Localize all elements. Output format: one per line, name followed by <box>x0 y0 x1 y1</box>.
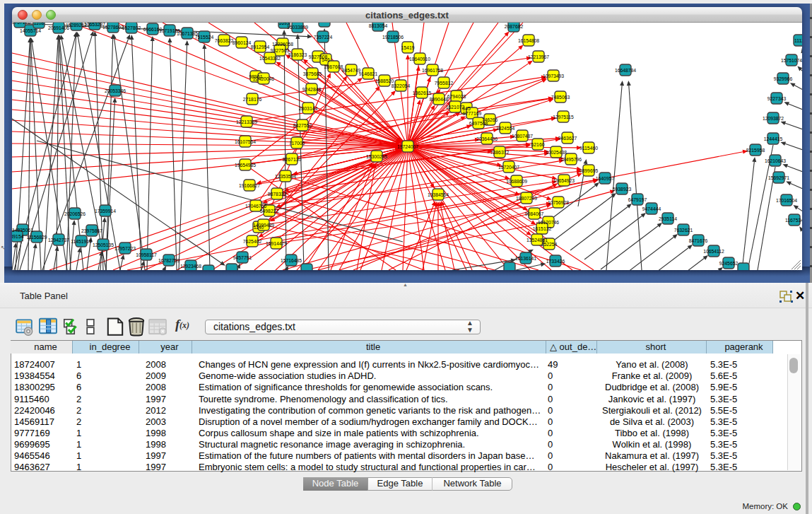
svg-text:16120746: 16120746 <box>538 220 559 225</box>
svg-text:8267130: 8267130 <box>283 157 302 162</box>
svg-text:9115460: 9115460 <box>579 146 598 151</box>
svg-text:717006: 717006 <box>289 141 305 146</box>
svg-text:5498222: 5498222 <box>260 209 279 214</box>
svg-text:10958117: 10958117 <box>136 252 157 257</box>
svg-text:7663822: 7663822 <box>215 38 234 43</box>
svg-text:1640957: 1640957 <box>596 176 615 181</box>
svg-text:8215958: 8215958 <box>746 148 765 153</box>
svg-text:1588520: 1588520 <box>375 78 394 83</box>
svg-text:9327503: 9327503 <box>271 48 290 53</box>
svg-text:8186323: 8186323 <box>288 52 307 57</box>
svg-text:23975867: 23975867 <box>81 228 102 233</box>
svg-text:18724007: 18724007 <box>397 144 418 149</box>
svg-text:3824554: 3824554 <box>496 126 515 131</box>
svg-text:7485063: 7485063 <box>551 95 570 100</box>
svg-text:12093872: 12093872 <box>763 116 784 121</box>
svg-text:9457791: 9457791 <box>233 255 252 260</box>
svg-text:11156829: 11156829 <box>26 235 47 240</box>
svg-text:18640910: 18640910 <box>409 57 430 62</box>
svg-text:18300295: 18300295 <box>366 154 387 159</box>
svg-text:8322054: 8322054 <box>392 83 411 88</box>
svg-text:22420046: 22420046 <box>253 76 274 81</box>
svg-text:18807249: 18807249 <box>516 196 537 201</box>
svg-text:9245652: 9245652 <box>719 261 739 266</box>
svg-text:9146821: 9146821 <box>359 71 378 76</box>
svg-text:7625402: 7625402 <box>243 239 262 244</box>
svg-text:16033809: 16033809 <box>287 25 308 30</box>
svg-text:17359914: 17359914 <box>95 209 116 214</box>
svg-text:14099489: 14099489 <box>253 223 274 228</box>
svg-text:20053346: 20053346 <box>105 88 126 93</box>
svg-text:1112: 1112 <box>794 38 802 43</box>
svg-text:16961758: 16961758 <box>422 68 443 73</box>
svg-text:19757176: 19757176 <box>12 23 30 25</box>
svg-text:7515524: 7515524 <box>195 35 214 40</box>
svg-text:5938923: 5938923 <box>613 187 632 192</box>
svg-text:7357224: 7357224 <box>314 35 333 40</box>
svg-text:546: 546 <box>322 57 330 62</box>
svg-text:8912954: 8912954 <box>251 45 270 49</box>
svg-text:15751074: 15751074 <box>781 58 802 63</box>
svg-text:10756928: 10756928 <box>548 200 569 205</box>
svg-text:15716485: 15716485 <box>281 258 302 263</box>
svg-text:11451914: 11451914 <box>71 239 92 244</box>
svg-text:14055714: 14055714 <box>20 28 41 33</box>
svg-text:16210643: 16210643 <box>765 158 786 163</box>
svg-text:15419: 15419 <box>401 45 415 50</box>
svg-text:12213967: 12213967 <box>528 54 549 59</box>
svg-text:15692971: 15692971 <box>768 175 789 180</box>
svg-text:8427552: 8427552 <box>293 123 312 128</box>
svg-text:10654112: 10654112 <box>703 249 724 254</box>
svg-text:9227343: 9227343 <box>767 96 787 101</box>
svg-text:1244415: 1244415 <box>764 136 783 141</box>
svg-text:12505135: 12505135 <box>93 243 114 247</box>
svg-text:17957223: 17957223 <box>114 246 136 251</box>
svg-text:15278602: 15278602 <box>102 25 124 30</box>
svg-text:16154808: 16154808 <box>518 38 539 43</box>
svg-text:2935114: 2935114 <box>659 216 677 221</box>
svg-text:12923468: 12923468 <box>180 264 201 269</box>
svg-text:16648784: 16648784 <box>615 68 636 73</box>
svg-text:9084067: 9084067 <box>525 211 544 216</box>
svg-text:12942737: 12942737 <box>48 238 69 243</box>
svg-text:1362615: 1362615 <box>413 90 432 95</box>
svg-text:1167534: 1167534 <box>785 218 802 223</box>
svg-text:746266: 746266 <box>482 117 498 122</box>
svg-text:3875685: 3875685 <box>303 71 322 76</box>
svg-text:12975115: 12975115 <box>553 115 574 119</box>
svg-text:8454749: 8454749 <box>342 68 361 73</box>
svg-text:7386372: 7386372 <box>490 150 510 155</box>
svg-text:8960124: 8960124 <box>233 40 252 45</box>
svg-text:2803144: 2803144 <box>299 106 318 111</box>
svg-text:12353594: 12353594 <box>275 174 296 179</box>
svg-text:15136141: 15136141 <box>515 256 536 261</box>
svg-text:7955812: 7955812 <box>435 81 454 86</box>
svg-text:10688609: 10688609 <box>506 179 527 184</box>
svg-text:8878332: 8878332 <box>268 192 287 197</box>
svg-text:252254: 252254 <box>541 242 558 247</box>
svg-text:8813054: 8813054 <box>369 23 388 28</box>
svg-text:20206526: 20206526 <box>64 211 86 216</box>
svg-text:(x): (x) <box>180 320 189 330</box>
svg-text:10025438: 10025438 <box>546 150 567 155</box>
svg-text:9474444: 9474444 <box>642 206 661 211</box>
svg-text:16782759: 16782759 <box>158 258 180 263</box>
svg-text:1733426: 1733426 <box>546 259 565 264</box>
svg-text:18495796: 18495796 <box>560 157 582 162</box>
svg-text:8471676: 8471676 <box>689 238 708 243</box>
svg-text:19166827: 19166827 <box>239 183 260 188</box>
svg-text:19654985: 19654985 <box>235 163 256 168</box>
svg-text:19384554: 19384554 <box>428 192 449 197</box>
svg-text:10807487: 10807487 <box>512 134 533 139</box>
svg-text:9463627: 9463627 <box>558 136 577 141</box>
svg-text:845: 845 <box>462 106 471 111</box>
svg-text:15720407: 15720407 <box>498 165 519 170</box>
svg-text:62160: 62160 <box>531 142 545 147</box>
svg-text:10973493: 10973493 <box>543 74 564 78</box>
svg-text:9777169: 9777169 <box>463 111 482 116</box>
svg-text:2718176: 2718176 <box>243 97 262 102</box>
svg-text:16107554: 16107554 <box>235 139 256 144</box>
svg-text:2087682: 2087682 <box>505 24 524 29</box>
svg-text:6479197: 6479197 <box>628 197 647 202</box>
svg-text:9242848: 9242848 <box>302 87 322 92</box>
